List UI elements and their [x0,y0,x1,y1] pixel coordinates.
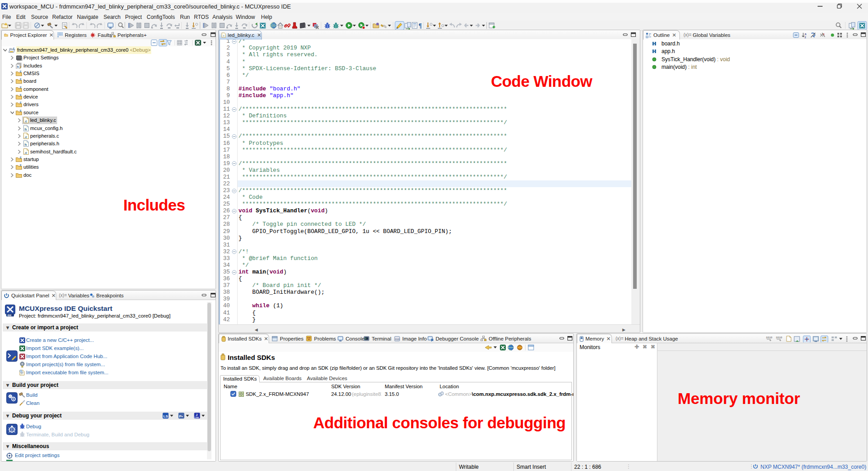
svg-text:s: s [823,32,825,36]
svg-text:Link: Link [195,417,199,419]
svg-text:1010: 1010 [766,336,773,339]
svg-text:LS: LS [163,414,168,418]
svg-text:P•: P• [179,414,183,418]
svg-text:010: 010 [395,338,400,341]
svg-text:.c: .c [222,34,225,37]
svg-text:z: z [805,36,806,39]
svg-text:1010: 1010 [776,336,783,339]
svg-text:a: a [805,32,806,36]
svg-text:IDE: IDE [8,314,12,317]
